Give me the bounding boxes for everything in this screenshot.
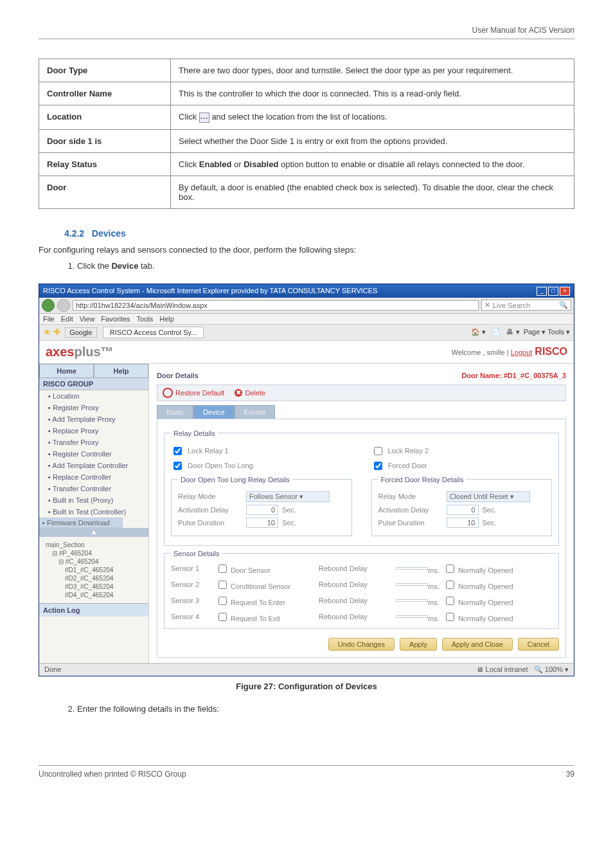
browser-tab[interactable]: RISCO Access Control Sy... [103, 327, 204, 338]
row-label: Location [39, 105, 171, 130]
door-name: Door Name: #D1_#C_00375A_3 [461, 372, 566, 379]
sidebar-item[interactable]: ▪ Built in Test (Controller) [39, 506, 148, 518]
sidebar-item[interactable]: ▪ Built in Test (Proxy) [39, 494, 148, 506]
maximize-icon[interactable]: □ [548, 287, 558, 296]
tree-item[interactable]: ⊟ #C_465204 [46, 557, 145, 566]
content: Door DetailsDoor Name: #D1_#C_00375A_3 R… [149, 364, 574, 663]
logout-link[interactable]: Logout [511, 348, 533, 356]
row-label: Controller Name [39, 82, 171, 105]
rebound-input[interactable] [396, 583, 428, 586]
tab-home[interactable]: Home [39, 364, 94, 378]
pulse-input[interactable]: 10 [246, 518, 278, 528]
window-buttons[interactable]: _□× [535, 286, 570, 296]
lock-relay-1[interactable] [173, 447, 182, 455]
pulse-input[interactable]: 10 [447, 518, 479, 528]
sidebar-item[interactable]: ▪ Add Template Proxy [39, 413, 148, 425]
minimize-icon[interactable]: _ [537, 287, 547, 296]
collapse-icon[interactable]: ▲ [39, 528, 148, 537]
tree-item[interactable]: #D2_#C_465204 [46, 574, 145, 583]
browser-tools[interactable]: 🏠 ▾ 📄 🖶 ▾ Page ▾ Tools ▾ [471, 328, 570, 336]
act-delay-input[interactable]: 0 [246, 505, 278, 515]
panel-title: Door Details [157, 372, 199, 379]
forced-door[interactable] [374, 462, 382, 470]
sidebar: HomeHelp RISCO GROUP ▪ Location ▪ Regist… [39, 364, 149, 663]
tree-title: main_Section [46, 541, 145, 549]
act-delay-input[interactable]: 0 [447, 505, 479, 515]
figure-caption: Figure 27: Configuration of Devices [39, 682, 574, 691]
favorites-icon[interactable]: ★ [43, 327, 51, 337]
sensor-enable[interactable] [218, 565, 227, 573]
section-heading: 4.2.2 Devices [64, 228, 574, 239]
cancel-button[interactable]: Cancel [518, 638, 559, 651]
tab-basic[interactable]: Basic [157, 405, 193, 419]
back-icon[interactable] [42, 299, 55, 312]
add-fav-icon[interactable]: ✚ [53, 327, 61, 337]
search-box[interactable]: ✕Live Search🔍 [481, 300, 571, 311]
page-number: 39 [566, 770, 574, 779]
sensor-legend: Sensor Details [171, 550, 222, 557]
rebound-input[interactable] [396, 599, 428, 602]
rebound-input[interactable] [396, 615, 428, 618]
dootl-legend: Door Open Too Long Relay Details [178, 476, 292, 484]
sidebar-item[interactable]: ▪ Transfer Controller [39, 483, 148, 494]
address-bar[interactable]: http://01hw182234/acis/MainWindow.aspx [73, 300, 479, 311]
restore-icon [163, 388, 173, 398]
lock-relay-2[interactable] [374, 447, 382, 455]
rebound-input[interactable] [396, 567, 428, 570]
tree-item[interactable]: #D4_#C_465204 [46, 591, 145, 599]
sidebar-item[interactable]: ▪ Replace Proxy [39, 425, 148, 437]
sidebar-item[interactable]: ▪ Firmware Download [39, 518, 123, 528]
apply-button[interactable]: Apply [400, 638, 437, 651]
door-open-long[interactable] [173, 462, 182, 470]
delete-icon: ✖ [235, 389, 242, 397]
norm-open[interactable] [446, 613, 454, 621]
sidebar-item[interactable]: ▪ Register Controller [39, 448, 148, 460]
step-1: Click the Device tab. [77, 261, 574, 271]
forward-icon[interactable] [57, 299, 70, 312]
row-label: Door side 1 is [39, 129, 171, 152]
relay-mode-select[interactable]: Closed Until Reset ▾ [447, 491, 530, 502]
status-zoom[interactable]: 100% [545, 665, 563, 673]
tree-item[interactable]: #D3_#C_465204 [46, 583, 145, 591]
row-desc: This is the controller to which the door… [171, 82, 574, 105]
search-go-icon[interactable]: 🔍 [559, 301, 568, 309]
sidebar-item[interactable]: ▪ Replace Controller [39, 471, 148, 483]
sensor-enable[interactable] [218, 597, 227, 605]
norm-open[interactable] [446, 581, 454, 589]
sidebar-item[interactable]: ▪ Transfer Proxy [39, 437, 148, 448]
tab-help[interactable]: Help [94, 364, 148, 378]
search-icon: ✕ [484, 301, 490, 309]
screenshot: RISCO Access Control System - Microsoft … [39, 284, 574, 676]
relay-legend: Relay Details [171, 429, 218, 437]
sidebar-item[interactable]: ▪ Register Proxy [39, 402, 148, 413]
browse-icon: ⋯ [199, 113, 209, 123]
undo-button[interactable]: Undo Changes [328, 638, 395, 651]
sidebar-item[interactable]: ▪ Location [39, 390, 148, 402]
relay-mode-select[interactable]: Follows Sensor ▾ [246, 491, 330, 502]
norm-open[interactable] [446, 565, 454, 573]
sidebar-item[interactable]: ▪ Add Template Controller [39, 460, 148, 471]
sensor-enable[interactable] [218, 613, 227, 621]
norm-open[interactable] [446, 597, 454, 605]
action-log[interactable]: Action Log [39, 603, 148, 617]
delete-button[interactable]: ✖Delete [235, 388, 265, 398]
row-desc: By default, a door is enabled (the enabl… [171, 176, 574, 208]
page-header: User Manual for ACIS Version [39, 26, 574, 39]
restore-button[interactable]: Restore Default [163, 388, 224, 398]
apply-close-button[interactable]: Apply and Close [442, 638, 513, 651]
tab-device[interactable]: Device [193, 405, 235, 419]
tree: main_Section ⊟ #P_465204 ⊟ #C_465204 #D1… [39, 537, 148, 603]
row-desc: There are two door types, door and turns… [171, 59, 574, 82]
step-2: Enter the following details in the field… [77, 704, 574, 714]
zone-icon: 🖥 [476, 665, 483, 673]
tree-item[interactable]: ⊟ #P_465204 [46, 549, 145, 557]
tab-events[interactable]: Events [235, 405, 276, 419]
close-icon[interactable]: × [560, 287, 570, 296]
relay-details: Relay Details Lock Relay 1 Door Open Too… [164, 429, 559, 546]
sensor-enable[interactable] [218, 581, 227, 589]
row-label: Door [39, 176, 171, 208]
fav-google[interactable]: Google [65, 327, 96, 338]
tree-item[interactable]: #D1_#C_465204 [46, 566, 145, 574]
window-titlebar: RISCO Access Control System - Microsoft … [39, 284, 574, 298]
browser-menu[interactable]: FileEditViewFavoritesToolsHelp [39, 314, 574, 325]
